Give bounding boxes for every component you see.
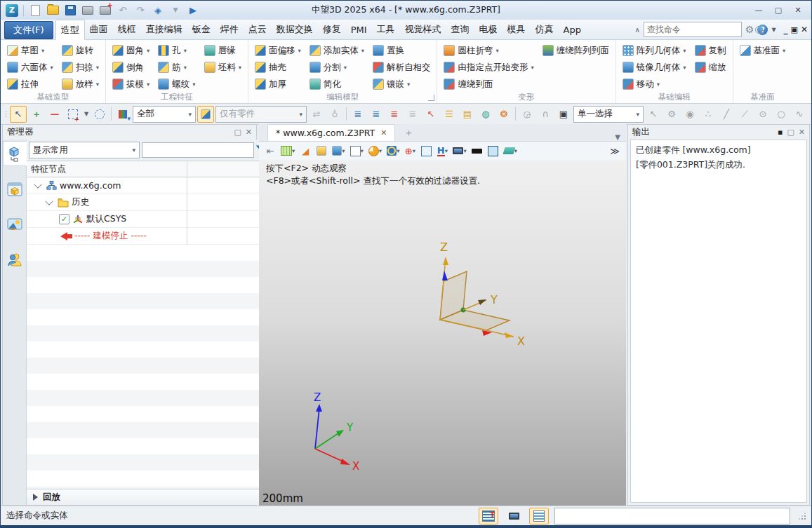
command-search-input[interactable] <box>644 25 755 34</box>
tab-surface[interactable]: 曲面 <box>85 20 113 39</box>
tree-row-history[interactable]: 历史 <box>27 194 270 211</box>
modeling-canvas[interactable]: 按下<F2> 动态观察 <F8>或者<Shift-roll> 查找下一个有效的过… <box>259 160 626 506</box>
inlay-button[interactable]: 镶嵌▾ <box>371 76 432 93</box>
tab-pmi[interactable]: PMI <box>346 20 372 39</box>
add-to-selection-icon[interactable]: ＋ <box>28 106 45 123</box>
divide-button[interactable]: 分割▾ <box>308 59 366 76</box>
dark-frame-icon[interactable]: ▣ <box>555 106 572 123</box>
remove-from-selection-icon[interactable]: — <box>46 106 63 123</box>
draft-button[interactable]: 拔模▾ <box>111 76 151 93</box>
tab-list-icon[interactable]: ▼ <box>615 133 626 141</box>
collapse-expander-icon[interactable] <box>34 180 41 188</box>
manager-close-icon[interactable]: ✕ <box>246 128 252 137</box>
curve-list-icon[interactable]: ▤ <box>459 106 476 123</box>
document-tab[interactable]: * www.x6g.com.Z3PRT ✕ <box>267 124 395 141</box>
save-icon[interactable] <box>64 5 76 16</box>
tab-app[interactable]: App <box>559 20 586 39</box>
tree-column-header[interactable]: 特征节点 <box>27 161 270 177</box>
tab-weldment[interactable]: 焊件 <box>215 20 244 39</box>
box-button[interactable]: 六面体▾ <box>6 59 55 76</box>
render-monitor-icon[interactable]: ▾ <box>453 144 466 157</box>
start-task-icon[interactable]: ▶ <box>187 5 199 16</box>
close-icon[interactable]: ✕ <box>789 4 807 17</box>
tab-repair[interactable]: 修复 <box>318 20 346 39</box>
manager-restore-icon[interactable]: ▢ <box>234 128 241 137</box>
tab-direct-edit[interactable]: 直接编辑 <box>141 20 187 39</box>
datum-plane-button[interactable]: 基准面▾ <box>738 42 787 59</box>
output-close-icon[interactable]: ✕ <box>799 128 805 137</box>
tab-point-cloud[interactable]: 点云 <box>244 20 272 39</box>
move-button[interactable]: 移动▾ <box>621 76 688 93</box>
preview-window-icon[interactable] <box>420 144 432 157</box>
doc-close-icon[interactable]: ✕ <box>801 25 808 34</box>
dimension-h-icon[interactable]: H▾ <box>437 144 448 157</box>
collapse-ribbon-icon[interactable]: ∧ <box>634 26 639 34</box>
scale-button[interactable]: 缩放 <box>693 59 728 76</box>
tab-sheet-metal[interactable]: 钣金 <box>187 20 215 39</box>
sketch-env-icon[interactable]: ▾ <box>281 144 295 157</box>
prompt-list-icon[interactable] <box>529 508 549 524</box>
shell-button[interactable]: 抽壳 <box>253 59 302 76</box>
doc-minimize-icon[interactable]: _ <box>784 25 788 34</box>
filter-bars-icon[interactable] <box>114 106 131 123</box>
print-icon[interactable] <box>81 5 94 16</box>
redo-icon[interactable]: ↷ <box>134 5 147 16</box>
tab-mold[interactable]: 模具 <box>502 20 531 39</box>
sketch-button[interactable]: 草图▾ <box>6 42 55 59</box>
axis-target-icon[interactable]: ⊕▾ <box>404 144 415 157</box>
role-manager-icon[interactable] <box>4 248 26 271</box>
open-file-icon[interactable] <box>46 5 59 16</box>
stock-button[interactable]: 坯料▾ <box>203 59 243 76</box>
tree-row-default-csys[interactable]: ✓ 默认CSYS <box>27 211 270 228</box>
layer-icon[interactable]: ▾ <box>504 144 517 157</box>
shaded-cube-icon[interactable] <box>316 144 327 157</box>
view-toolbar-overflow-icon[interactable]: ≫ <box>609 144 620 157</box>
resize-grip[interactable] <box>799 513 806 520</box>
idea-settings-icon[interactable]: ❂ <box>495 106 512 123</box>
restore-icon[interactable]: ▢ <box>769 4 787 17</box>
display-filter-dropdown[interactable]: 显示常用▾ <box>29 142 140 158</box>
copy-button[interactable]: 复制 <box>693 42 728 59</box>
revolve-button[interactable]: 旋转 <box>60 42 100 59</box>
extrude-button[interactable]: 拉伸 <box>6 76 55 93</box>
minimize-icon[interactable]: — <box>750 4 768 17</box>
thicken-button[interactable]: 加厚 <box>253 76 302 93</box>
regen-icon[interactable]: ◈ <box>152 5 164 16</box>
add-shape-button[interactable]: 添加实体▾ <box>308 42 366 59</box>
selection-mode-dropdown[interactable]: 单一选择▾ <box>573 106 644 123</box>
collapse-expander-icon[interactable] <box>45 197 53 205</box>
sweep-button[interactable]: 扫掠▾ <box>60 59 100 76</box>
tab-visual-style[interactable]: 视觉样式 <box>400 20 446 39</box>
thread-button[interactable]: 螺纹▾ <box>157 76 197 93</box>
cylindrical-bend-button[interactable]: 圆柱折弯▾ <box>442 42 535 59</box>
list-manager-icon[interactable]: ☰ <box>441 106 458 123</box>
tab-close-icon[interactable]: ✕ <box>380 128 387 137</box>
tab-electrode[interactable]: 电极 <box>474 20 502 39</box>
tab-data-exchange[interactable]: 数据交换 <box>272 20 318 39</box>
doc-restore-icon[interactable]: ▣ <box>791 25 798 34</box>
tree-row-modeling-stop[interactable]: ----- 建模停止 ----- <box>27 228 270 245</box>
history-rollback-icon[interactable]: ≣ <box>368 106 385 123</box>
section-view-icon[interactable]: ▾ <box>368 144 382 157</box>
replace-button[interactable]: 置换 <box>371 42 432 59</box>
entity-filter-dropdown[interactable]: 全部▾ <box>133 106 196 123</box>
file-menu-button[interactable]: 文件(F) <box>4 21 53 39</box>
hole-button[interactable]: 孔▾ <box>157 42 197 59</box>
black-style-icon[interactable] <box>472 144 483 157</box>
loft-button[interactable]: 放样▾ <box>60 76 100 93</box>
help-caret-icon[interactable]: ▼ <box>771 27 776 33</box>
tab-shape[interactable]: 造型 <box>55 20 85 40</box>
tree-search-input[interactable] <box>142 142 254 158</box>
history-play-icon[interactable]: ≣ <box>386 106 403 123</box>
window-select-caret-icon[interactable]: ▼ <box>83 106 90 123</box>
playback-section[interactable]: 回放 <box>27 489 270 505</box>
history-insert-icon[interactable]: ≣ <box>350 106 366 123</box>
redline-cursor-icon[interactable]: ↖ <box>422 106 439 123</box>
tab-simulation[interactable]: 仿真 <box>531 20 559 39</box>
exit-icon[interactable]: ⇤ <box>265 144 276 157</box>
pattern-geometry-button[interactable]: 阵列几何体▾ <box>621 42 688 59</box>
default-csys-datum[interactable]: Z Y X <box>419 237 552 370</box>
undo-icon[interactable]: ↶ <box>117 5 129 16</box>
settings-gear-icon[interactable]: ⚙ <box>745 24 754 35</box>
app-logo-icon[interactable]: Z <box>6 4 18 17</box>
